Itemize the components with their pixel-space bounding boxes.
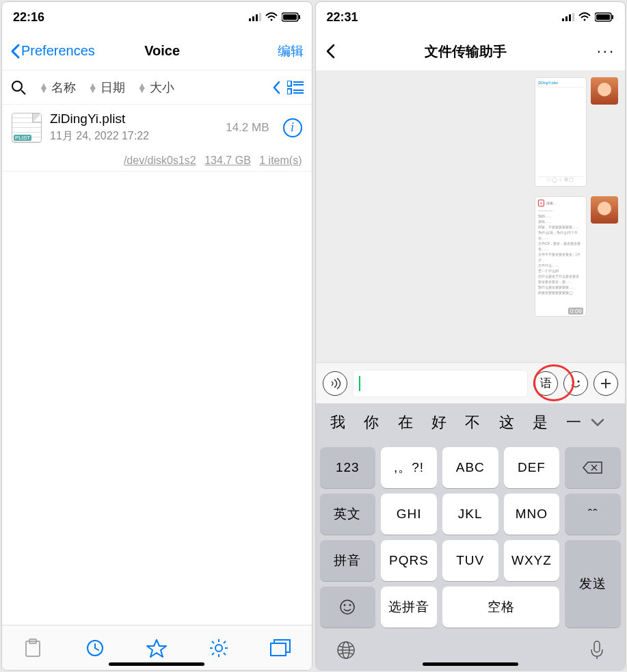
video-duration: 0:09 bbox=[568, 308, 583, 314]
tab-settings[interactable] bbox=[209, 638, 229, 658]
svg-line-24 bbox=[212, 641, 214, 643]
sort-name[interactable]: ▲▼名称 bbox=[39, 79, 76, 96]
suggestion[interactable]: 不 bbox=[456, 412, 490, 433]
svg-rect-29 bbox=[562, 18, 564, 21]
mic-button[interactable] bbox=[589, 640, 604, 660]
suggestion[interactable]: 是 bbox=[523, 412, 557, 433]
key-space[interactable]: 空格 bbox=[442, 587, 559, 628]
svg-rect-35 bbox=[596, 14, 610, 20]
footer-disk[interactable]: /dev/disk0s1s2 bbox=[124, 154, 196, 166]
status-bar: 22:31 bbox=[316, 2, 626, 32]
suggestion[interactable]: 好 bbox=[422, 412, 455, 433]
key-english[interactable]: 英文 bbox=[320, 494, 376, 535]
key-tuv[interactable]: TUV bbox=[442, 540, 498, 581]
battery-icon bbox=[595, 12, 614, 22]
suggestion[interactable]: 你 bbox=[355, 412, 388, 433]
tab-recent[interactable] bbox=[85, 638, 105, 658]
svg-point-44 bbox=[344, 604, 346, 606]
plus-icon bbox=[599, 377, 613, 390]
key-backspace[interactable] bbox=[565, 447, 621, 488]
svg-rect-10 bbox=[287, 81, 291, 86]
key-wxyz[interactable]: WXYZ bbox=[504, 540, 560, 581]
info-button[interactable]: i bbox=[283, 118, 302, 137]
svg-rect-1 bbox=[252, 16, 254, 21]
home-indicator bbox=[109, 662, 204, 666]
file-row[interactable]: PLIST ZiDingYi.plist 11月 24, 2022 17:22 … bbox=[2, 105, 312, 150]
search-icon[interactable] bbox=[10, 79, 27, 96]
key-select-pinyin[interactable]: 选拼音 bbox=[381, 587, 437, 628]
key-mno[interactable]: MNO bbox=[504, 494, 560, 535]
key-punct[interactable]: ,。?! bbox=[381, 447, 437, 488]
key-emoji[interactable] bbox=[320, 587, 376, 628]
suggestion[interactable]: 一 bbox=[557, 412, 591, 433]
mic-icon bbox=[589, 640, 604, 660]
suggestion[interactable]: 在 bbox=[388, 412, 422, 433]
suggestion[interactable]: 我 bbox=[321, 412, 355, 433]
language-button[interactable]: 语 bbox=[533, 371, 558, 396]
edit-button[interactable]: 编辑 bbox=[278, 42, 304, 60]
key-send[interactable]: 发送 bbox=[565, 540, 621, 628]
nav-bar: Preferences Voice 编辑 bbox=[2, 32, 312, 70]
footer-items[interactable]: 1 item(s) bbox=[259, 154, 302, 166]
tab-favorites[interactable] bbox=[146, 638, 167, 658]
svg-rect-7 bbox=[299, 15, 300, 19]
chevron-down-icon bbox=[591, 418, 604, 427]
svg-point-8 bbox=[12, 81, 22, 91]
expand-suggestions[interactable] bbox=[591, 418, 619, 427]
text-input[interactable] bbox=[353, 370, 529, 397]
tab-windows[interactable] bbox=[270, 638, 291, 658]
svg-rect-6 bbox=[283, 14, 297, 20]
globe-icon bbox=[336, 641, 356, 660]
plus-button[interactable] bbox=[593, 371, 618, 396]
message-image[interactable]: ZiDingYi.plist □ ◯ ☆ ⚙ ▢ bbox=[535, 77, 587, 187]
svg-point-19 bbox=[215, 645, 222, 651]
message-video[interactable]: ▾ 搜索… ──────我的……系统……阿安，不安安安安安安……为什么(说，为什… bbox=[535, 196, 587, 317]
back-button[interactable] bbox=[325, 44, 335, 59]
key-pqrs[interactable]: PQRS bbox=[381, 540, 437, 581]
phone-wechat: 22:31 文件传输助手 ··· ZiDingYi.plist □ ◯ ☆ ⚙ … bbox=[315, 1, 626, 671]
footer-info: /dev/disk0s1s2 134.7 GB 1 item(s) bbox=[2, 150, 312, 172]
caret bbox=[359, 376, 360, 391]
key-jkl[interactable]: JKL bbox=[442, 494, 498, 535]
cellular-icon bbox=[562, 13, 574, 21]
more-button[interactable]: ··· bbox=[597, 42, 615, 60]
voice-button[interactable] bbox=[323, 371, 347, 396]
tab-clipboard[interactable] bbox=[23, 638, 43, 658]
svg-point-4 bbox=[270, 19, 272, 21]
battery-icon bbox=[282, 12, 301, 22]
svg-point-33 bbox=[584, 19, 586, 21]
key-123[interactable]: 123 bbox=[320, 447, 376, 488]
svg-line-25 bbox=[224, 653, 226, 655]
key-pinyin[interactable]: 拼音 bbox=[320, 540, 376, 581]
chat-body[interactable]: ZiDingYi.plist □ ◯ ☆ ⚙ ▢ ▾ 搜索… ──────我的…… bbox=[316, 70, 626, 362]
svg-rect-32 bbox=[572, 13, 574, 21]
file-date: 11月 24, 2022 17:22 bbox=[50, 129, 217, 144]
status-bar: 22:16 bbox=[2, 2, 312, 32]
key-def[interactable]: DEF bbox=[504, 447, 560, 488]
chevron-left-icon[interactable] bbox=[272, 81, 280, 94]
svg-rect-28 bbox=[271, 643, 286, 656]
view-grid-icon[interactable] bbox=[287, 81, 304, 94]
svg-rect-31 bbox=[569, 14, 571, 21]
suggestion[interactable]: 这 bbox=[490, 412, 523, 433]
chat-nav: 文件传输助手 ··· bbox=[316, 32, 626, 70]
chevron-left-icon bbox=[10, 44, 20, 59]
sort-date[interactable]: ▲▼日期 bbox=[88, 79, 125, 96]
svg-rect-0 bbox=[249, 18, 251, 21]
key-tone[interactable]: ˆˆ bbox=[565, 494, 621, 535]
avatar[interactable] bbox=[591, 196, 618, 224]
avatar[interactable] bbox=[591, 77, 618, 105]
footer-space[interactable]: 134.7 GB bbox=[204, 154, 251, 166]
svg-rect-3 bbox=[259, 13, 261, 21]
wifi-icon bbox=[265, 12, 278, 22]
message-2: ▾ 搜索… ──────我的……系统……阿安，不安安安安安安……为什么(说，为什… bbox=[323, 196, 619, 317]
cellular-icon bbox=[249, 13, 261, 21]
sort-size[interactable]: ▲▼大小 bbox=[137, 79, 174, 96]
svg-rect-36 bbox=[612, 15, 613, 19]
home-indicator bbox=[423, 662, 518, 666]
keyboard: 123 ,。?! ABC DEF 英文 GHI JKL MNO ˆˆ 拼音 PQ… bbox=[316, 442, 626, 630]
key-ghi[interactable]: GHI bbox=[381, 494, 437, 535]
globe-button[interactable] bbox=[336, 641, 356, 660]
emoji-button[interactable] bbox=[563, 371, 588, 396]
key-abc[interactable]: ABC bbox=[442, 447, 498, 488]
